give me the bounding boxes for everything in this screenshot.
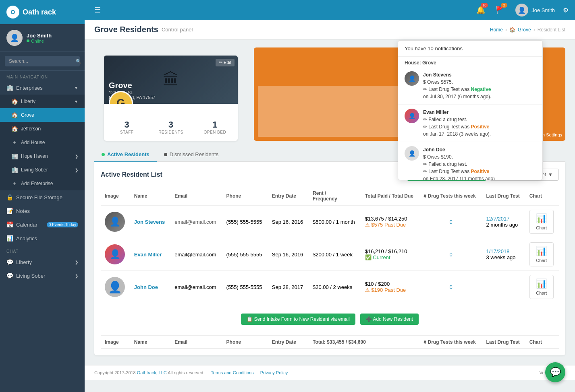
settings-icon[interactable]: ⚙ bbox=[563, 6, 569, 14]
chevron-right-icon3: ❯ bbox=[75, 260, 78, 264]
page-footer: Copyright 2017-2018 Oathtrack, LLC All r… bbox=[85, 365, 575, 380]
tab-dismissed-residents[interactable]: Dismissed Residents bbox=[157, 147, 226, 162]
sidebar-item-hope-haven[interactable]: 🏢 Hope Haven ❯ bbox=[0, 149, 85, 163]
resident-name-cell: John Doe bbox=[130, 271, 170, 303]
sidebar-logo: O Oath rack bbox=[0, 0, 85, 24]
resident-chart-cell: 📊 Chart bbox=[525, 271, 559, 303]
living-sober-label: Living Sober bbox=[21, 167, 48, 173]
terms-link[interactable]: Terms and Conditions bbox=[211, 370, 253, 375]
footer-actions-cell: 📋 Send Intake Form to New Resident via e… bbox=[101, 303, 559, 336]
bottom-buttons: 📋 Send Intake Form to New Resident via e… bbox=[105, 314, 555, 325]
sidebar-item-enterprises[interactable]: 🏢 Enterprises ▼ bbox=[0, 81, 85, 95]
liberty-icon: 🏠 bbox=[11, 98, 18, 105]
send-intake-btn[interactable]: 📋 Send Intake Form to New Resident via e… bbox=[241, 314, 355, 325]
sidebar-item-living-sober-chat[interactable]: 💬 Living Sober ❯ bbox=[0, 269, 85, 283]
col-image: Image bbox=[101, 187, 130, 205]
sidebar-item-living-sober[interactable]: 🏢 Living Sober ❯ bbox=[0, 163, 85, 177]
calendar-label: Calendar bbox=[16, 222, 37, 228]
breadcrumb-house[interactable]: Grove bbox=[518, 27, 531, 33]
search-input[interactable] bbox=[5, 56, 80, 66]
notif-body: Evan Miller ✏ Failed a drug test. ✏ Last… bbox=[423, 109, 491, 138]
resident-drug-tests-cell: 0 bbox=[420, 271, 482, 303]
topnav-avatar: 👤 bbox=[515, 4, 528, 17]
resident-name-cell: Evan Miller bbox=[130, 238, 170, 271]
last-drug-date: 12/7/2017 bbox=[486, 216, 510, 222]
chart-button[interactable]: 📊 Chart bbox=[529, 275, 554, 299]
chart-button[interactable]: 📊 Chart bbox=[529, 242, 554, 266]
notif-item[interactable]: 👤 John Doe $ Owes $190. ✏ Failed a drug … bbox=[398, 142, 542, 180]
sidebar-item-liberty-chat[interactable]: 💬 Liberty ❯ bbox=[0, 255, 85, 269]
add-new-resident-btn[interactable]: ➕ Add New Resident bbox=[360, 314, 419, 325]
notifications-badge: 10 bbox=[481, 3, 488, 8]
notif-line2: ✏ Last Drug Test was Negative bbox=[423, 86, 491, 93]
house-stat-staff: 3 STAFF bbox=[109, 120, 145, 134]
resident-chart-cell: 📊 Chart bbox=[525, 238, 559, 271]
notes-icon: 📝 bbox=[6, 208, 13, 214]
notif-item[interactable]: 👤 Evan Miller ✏ Failed a drug test. ✏ La… bbox=[398, 105, 542, 142]
sidebar-item-notes[interactable]: 📝 Notes bbox=[0, 204, 85, 218]
chart-button[interactable]: 📊 Chart bbox=[529, 210, 554, 234]
col-chart: Chart bbox=[525, 187, 559, 205]
resident-image-cell: 👤 bbox=[101, 205, 130, 238]
messages-btn[interactable]: 🚩 2 bbox=[493, 3, 507, 17]
chart-icon: 📊 bbox=[536, 213, 547, 224]
section-title: Active Resident List bbox=[101, 171, 162, 178]
house-card-header: 🏛 Grove 123 High St. New Holland, PA 175… bbox=[104, 56, 238, 104]
living-sober-icon: 🏢 bbox=[11, 167, 18, 173]
footer-total: Total: $33,455 / $34,600 bbox=[309, 336, 420, 349]
sidebar-search[interactable] bbox=[0, 52, 85, 71]
notif-item[interactable]: 👤 Jon Stevens $ Owes $575. ✏ Last Drug T… bbox=[398, 67, 542, 105]
footer-entry: Entry Date bbox=[268, 336, 309, 349]
resident-name[interactable]: John Doe bbox=[134, 284, 158, 290]
notif-body: Jon Stevens $ Owes $575. ✏ Last Drug Tes… bbox=[423, 71, 491, 100]
messages-badge: 2 bbox=[501, 3, 507, 8]
breadcrumb-home[interactable]: Home bbox=[490, 27, 503, 33]
calendar-icon: 📅 bbox=[6, 221, 13, 228]
tab-active-residents[interactable]: Active Residents bbox=[94, 147, 157, 162]
resident-entry-cell: Sep 16, 2016 bbox=[268, 205, 309, 238]
resident-name[interactable]: Jon Stevens bbox=[134, 219, 165, 225]
sidebar-item-liberty[interactable]: 🏠 Liberty ▼ bbox=[0, 95, 85, 108]
copyright: Copyright 2017-2018 Oathtrack, LLC All r… bbox=[94, 370, 204, 375]
resident-avatar: 👤 bbox=[105, 277, 125, 297]
privacy-link[interactable]: Privacy Policy bbox=[260, 370, 288, 375]
hope-haven-icon: 🏢 bbox=[11, 153, 18, 159]
liberty-chat-label: Liberty bbox=[16, 259, 32, 265]
notif-line2: ✏ Failed a drug test. bbox=[423, 161, 495, 168]
analytics-icon: 📊 bbox=[6, 235, 13, 241]
house-edit-button[interactable]: ✏ Edit bbox=[216, 59, 235, 66]
oathtrack-link[interactable]: Oathtrack, LLC bbox=[137, 370, 167, 375]
resident-drug-tests-cell: 0 bbox=[420, 205, 482, 238]
breadcrumb-page: Resident List bbox=[538, 27, 565, 33]
notifications-btn[interactable]: 🔔 10 bbox=[473, 3, 488, 17]
sidebar-item-calendar[interactable]: 📅 Calendar 0 Events Today bbox=[0, 218, 85, 231]
topnav-user[interactable]: 👤 Joe Smith bbox=[512, 2, 558, 18]
staff-count: 3 bbox=[109, 120, 145, 130]
col-last-drug: Last Drug Test bbox=[482, 187, 525, 205]
resident-name[interactable]: Evan Miller bbox=[134, 252, 162, 258]
hope-haven-label: Hope Haven bbox=[21, 153, 48, 159]
notif-line1: $ Owes $575. bbox=[423, 78, 491, 86]
page-title: Grove Residents bbox=[94, 25, 158, 34]
sidebar-item-add-house[interactable]: + Add House bbox=[0, 136, 85, 149]
user-status: Online bbox=[27, 39, 52, 43]
breadcrumb-bar: Grove Residents Control panel Home › 🏠 G… bbox=[85, 20, 575, 39]
staff-label: STAFF bbox=[109, 130, 145, 134]
sidebar-item-secure-file[interactable]: 🔒 Secure File Storage bbox=[0, 190, 85, 204]
chat-bubble[interactable]: 💬 bbox=[545, 362, 565, 382]
hamburger-menu[interactable]: ☰ bbox=[91, 4, 104, 16]
sidebar-item-grove[interactable]: 🏠 Grove bbox=[0, 108, 85, 122]
resident-avatar: 👤 bbox=[105, 244, 125, 264]
footer-phone: Phone bbox=[222, 336, 268, 349]
resident-entry-cell: Sep 28, 2017 bbox=[268, 271, 309, 303]
liberty-label: Liberty bbox=[21, 99, 35, 104]
main-area: ☰ 🔔 10 🚩 2 👤 Joe Smith ⚙ Grove Residents… bbox=[85, 0, 575, 392]
sidebar-item-analytics[interactable]: 📊 Analytics bbox=[0, 231, 85, 245]
secure-file-icon: 🔒 bbox=[6, 194, 13, 200]
liberty-chat-icon: 💬 bbox=[6, 259, 13, 265]
user-name: Joe Smith bbox=[27, 33, 52, 39]
status-badge: ✅ Current bbox=[365, 254, 390, 260]
sidebar-item-jefferson[interactable]: 🏠 Jefferson bbox=[0, 122, 85, 136]
sidebar-item-add-enterprise[interactable]: + Add Enterprise bbox=[0, 177, 85, 190]
house-card: 🏛 Grove 123 High St. New Holland, PA 175… bbox=[104, 56, 238, 141]
